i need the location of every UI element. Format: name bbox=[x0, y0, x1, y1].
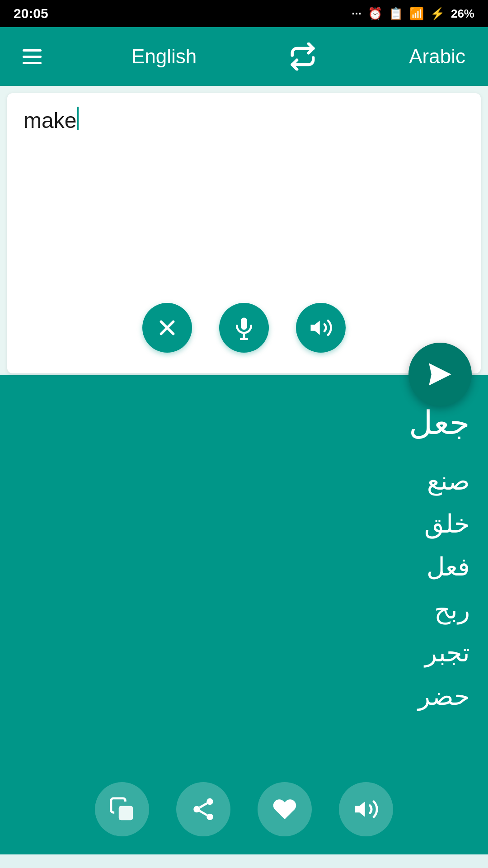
menu-button[interactable] bbox=[23, 49, 42, 64]
copy-button[interactable] bbox=[95, 782, 149, 836]
toolbar: English Arabic bbox=[0, 27, 488, 86]
share-button[interactable] bbox=[176, 782, 230, 836]
svg-point-6 bbox=[206, 798, 213, 805]
input-text-display[interactable]: make bbox=[23, 107, 465, 289]
swap-languages-button[interactable] bbox=[286, 40, 319, 73]
svg-rect-0 bbox=[241, 318, 247, 330]
alt-2: خلق bbox=[18, 502, 470, 545]
input-action-buttons bbox=[23, 289, 465, 357]
input-section: make bbox=[0, 86, 488, 373]
main-translation: جعل bbox=[18, 398, 470, 448]
heart-icon bbox=[272, 796, 298, 822]
favorite-button[interactable] bbox=[258, 782, 312, 836]
status-icons: ··· ⏰ 📋 📶 ⚡ 26% bbox=[352, 7, 474, 21]
alt-5: تجبر bbox=[18, 631, 470, 674]
status-bar: 20:05 ··· ⏰ 📋 📶 ⚡ 26% bbox=[0, 0, 488, 27]
translate-button[interactable] bbox=[408, 343, 472, 406]
share-icon bbox=[190, 796, 216, 822]
svg-marker-4 bbox=[429, 363, 451, 386]
svg-line-9 bbox=[200, 811, 207, 816]
svg-marker-3 bbox=[311, 321, 320, 335]
alarm-icon: ⏰ bbox=[368, 7, 382, 21]
target-language[interactable]: Arabic bbox=[409, 45, 465, 68]
output-text-area: جعل صنع خلق فعل ربح تجبر حضر bbox=[18, 398, 470, 764]
volume-icon bbox=[309, 316, 333, 340]
sim-icon: 📋 bbox=[389, 7, 403, 21]
alt-3: فعل bbox=[18, 545, 470, 588]
alt-1: صنع bbox=[18, 459, 470, 502]
volume-output-icon bbox=[353, 796, 379, 822]
speak-output-button[interactable] bbox=[339, 782, 393, 836]
microphone-button[interactable] bbox=[219, 303, 269, 353]
source-language[interactable]: English bbox=[131, 45, 197, 68]
input-value: make bbox=[23, 107, 76, 135]
dots-icon: ··· bbox=[352, 7, 361, 21]
svg-point-7 bbox=[193, 806, 200, 813]
close-icon bbox=[155, 316, 179, 340]
output-action-buttons bbox=[18, 764, 470, 836]
signal-icon: 📶 bbox=[409, 7, 424, 21]
swap-icon bbox=[289, 42, 317, 71]
output-section: جعل صنع خلق فعل ربح تجبر حضر bbox=[0, 375, 488, 854]
alt-6: حضر bbox=[18, 675, 470, 717]
input-card: make bbox=[7, 93, 481, 373]
microphone-icon bbox=[232, 316, 256, 340]
clear-button[interactable] bbox=[142, 303, 192, 353]
bolt-icon: ⚡ bbox=[430, 7, 445, 21]
alternate-translations: صنع خلق فعل ربح تجبر حضر bbox=[18, 459, 470, 717]
alt-4: ربح bbox=[18, 588, 470, 631]
speak-input-button[interactable] bbox=[296, 303, 346, 353]
status-time: 20:05 bbox=[14, 6, 48, 21]
svg-rect-5 bbox=[119, 806, 133, 820]
svg-line-10 bbox=[200, 803, 207, 808]
send-icon bbox=[425, 359, 455, 389]
copy-icon bbox=[109, 796, 135, 822]
battery-label: 26% bbox=[451, 7, 474, 21]
text-cursor bbox=[77, 107, 79, 130]
svg-point-8 bbox=[206, 814, 213, 821]
svg-marker-11 bbox=[355, 802, 365, 817]
